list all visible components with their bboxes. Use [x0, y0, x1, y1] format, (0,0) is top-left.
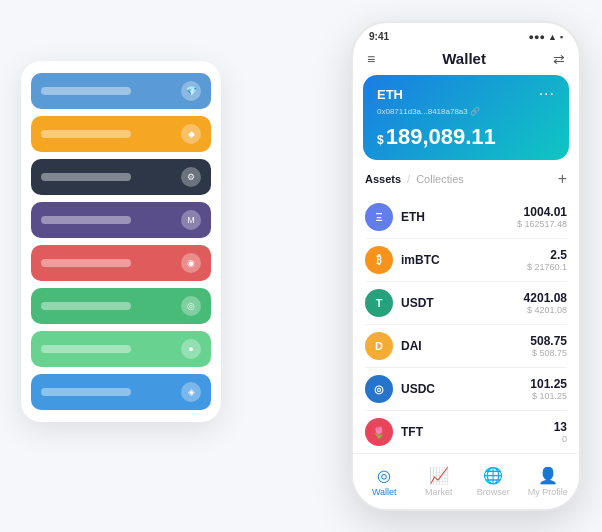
- usdt-icon: T: [365, 289, 393, 317]
- tab-divider: /: [407, 173, 410, 185]
- card-icon-5: ◉: [181, 253, 201, 273]
- browser-nav-label: Browser: [477, 487, 510, 497]
- asset-left-dai: D DAI: [365, 332, 422, 360]
- asset-right-dai: 508.75 $ 508.75: [530, 334, 567, 358]
- asset-left-usdc: ◎ USDC: [365, 375, 435, 403]
- asset-item-usdt[interactable]: T USDT 4201.08 $ 4201.08: [365, 282, 567, 325]
- usdc-asset-usd: $ 101.25: [530, 391, 567, 401]
- wifi-icon: ▲: [548, 32, 557, 42]
- card-stack: 💎 ◆ ⚙ M ◉ ◎ ● ◈: [21, 61, 221, 422]
- asset-right-usdt: 4201.08 $ 4201.08: [524, 291, 567, 315]
- market-nav-icon: 📈: [429, 466, 449, 485]
- assets-tabs: Assets / Collecties: [365, 173, 464, 185]
- menu-icon[interactable]: ≡: [367, 51, 375, 67]
- phone-header: ≡ Wallet ⇄: [353, 46, 579, 75]
- imbtc-asset-amount: 2.5: [527, 248, 567, 262]
- imbtc-asset-usd: $ 21760.1: [527, 262, 567, 272]
- scan-icon[interactable]: ⇄: [553, 51, 565, 67]
- nav-wallet[interactable]: ◎ Wallet: [357, 466, 412, 497]
- signal-icon: ●●●: [529, 32, 545, 42]
- usdc-asset-amount: 101.25: [530, 377, 567, 391]
- imbtc-icon: ₿: [365, 246, 393, 274]
- card-icon-8: ◈: [181, 382, 201, 402]
- page-title: Wallet: [442, 50, 486, 67]
- card-icon-6: ◎: [181, 296, 201, 316]
- asset-item-eth[interactable]: Ξ ETH 1004.01 $ 162517.48: [365, 196, 567, 239]
- asset-list: Ξ ETH 1004.01 $ 162517.48 ₿ imBTC 2.5 $ …: [353, 196, 579, 454]
- asset-item-usdc[interactable]: ◎ USDC 101.25 $ 101.25: [365, 368, 567, 411]
- eth-address: 0x08711d3a...8418a78a3 🔗: [377, 107, 555, 116]
- card-bar: [41, 87, 131, 95]
- stack-card-2[interactable]: ◆: [31, 116, 211, 152]
- asset-right-eth: 1004.01 $ 162517.48: [517, 205, 567, 229]
- asset-left-eth: Ξ ETH: [365, 203, 425, 231]
- stack-card-7[interactable]: ●: [31, 331, 211, 367]
- card-bar: [41, 302, 131, 310]
- card-bar: [41, 130, 131, 138]
- scene: 💎 ◆ ⚙ M ◉ ◎ ● ◈: [21, 21, 581, 511]
- tab-assets[interactable]: Assets: [365, 173, 401, 185]
- wallet-nav-label: Wallet: [372, 487, 397, 497]
- nav-market[interactable]: 📈 Market: [412, 466, 467, 497]
- stack-card-1[interactable]: 💎: [31, 73, 211, 109]
- eth-asset-amount: 1004.01: [517, 205, 567, 219]
- asset-item-tft[interactable]: 🌷 TFT 13 0: [365, 411, 567, 454]
- usdc-icon: ◎: [365, 375, 393, 403]
- card-bar: [41, 173, 131, 181]
- usdt-asset-usd: $ 4201.08: [524, 305, 567, 315]
- tft-icon: 🌷: [365, 418, 393, 446]
- wallet-nav-icon: ◎: [377, 466, 391, 485]
- stack-card-4[interactable]: M: [31, 202, 211, 238]
- stack-card-8[interactable]: ◈: [31, 374, 211, 410]
- card-icon-1: 💎: [181, 81, 201, 101]
- eth-icon: Ξ: [365, 203, 393, 231]
- usdt-name: USDT: [401, 296, 434, 310]
- card-bar: [41, 388, 131, 396]
- tft-asset-amount: 13: [554, 420, 567, 434]
- status-time: 9:41: [369, 31, 389, 42]
- usdt-asset-amount: 4201.08: [524, 291, 567, 305]
- asset-right-tft: 13 0: [554, 420, 567, 444]
- status-bar: 9:41 ●●● ▲ ▪: [353, 23, 579, 46]
- stack-card-6[interactable]: ◎: [31, 288, 211, 324]
- add-asset-button[interactable]: +: [558, 170, 567, 188]
- asset-left-usdt: T USDT: [365, 289, 434, 317]
- market-nav-label: Market: [425, 487, 453, 497]
- asset-right-imbtc: 2.5 $ 21760.1: [527, 248, 567, 272]
- asset-left-tft: 🌷 TFT: [365, 418, 423, 446]
- dai-name: DAI: [401, 339, 422, 353]
- eth-card-menu[interactable]: ···: [539, 85, 555, 103]
- stack-card-3[interactable]: ⚙: [31, 159, 211, 195]
- card-bar: [41, 345, 131, 353]
- battery-icon: ▪: [560, 32, 563, 42]
- tab-collecties[interactable]: Collecties: [416, 173, 464, 185]
- dai-asset-amount: 508.75: [530, 334, 567, 348]
- eth-value: 189,089.11: [386, 124, 496, 149]
- imbtc-name: imBTC: [401, 253, 440, 267]
- stack-card-5[interactable]: ◉: [31, 245, 211, 281]
- card-icon-4: M: [181, 210, 201, 230]
- asset-item-imbtc[interactable]: ₿ imBTC 2.5 $ 21760.1: [365, 239, 567, 282]
- bottom-nav: ◎ Wallet 📈 Market 🌐 Browser 👤 My Profile: [353, 453, 579, 509]
- eth-card[interactable]: ETH ··· 0x08711d3a...8418a78a3 🔗 $189,08…: [363, 75, 569, 160]
- usdc-name: USDC: [401, 382, 435, 396]
- asset-item-dai[interactable]: D DAI 508.75 $ 508.75: [365, 325, 567, 368]
- dai-icon: D: [365, 332, 393, 360]
- eth-name: ETH: [401, 210, 425, 224]
- card-bar: [41, 259, 131, 267]
- currency-symbol: $: [377, 133, 384, 147]
- eth-card-header: ETH ···: [377, 85, 555, 103]
- nav-profile[interactable]: 👤 My Profile: [521, 466, 576, 497]
- phone-mockup: 9:41 ●●● ▲ ▪ ≡ Wallet ⇄ ETH ··· 0x08711d…: [351, 21, 581, 511]
- eth-asset-usd: $ 162517.48: [517, 219, 567, 229]
- eth-coin-name: ETH: [377, 87, 403, 102]
- asset-right-usdc: 101.25 $ 101.25: [530, 377, 567, 401]
- dai-asset-usd: $ 508.75: [530, 348, 567, 358]
- browser-nav-icon: 🌐: [483, 466, 503, 485]
- assets-header: Assets / Collecties +: [353, 170, 579, 196]
- card-bar: [41, 216, 131, 224]
- tft-asset-usd: 0: [554, 434, 567, 444]
- tft-name: TFT: [401, 425, 423, 439]
- asset-left-imbtc: ₿ imBTC: [365, 246, 440, 274]
- nav-browser[interactable]: 🌐 Browser: [466, 466, 521, 497]
